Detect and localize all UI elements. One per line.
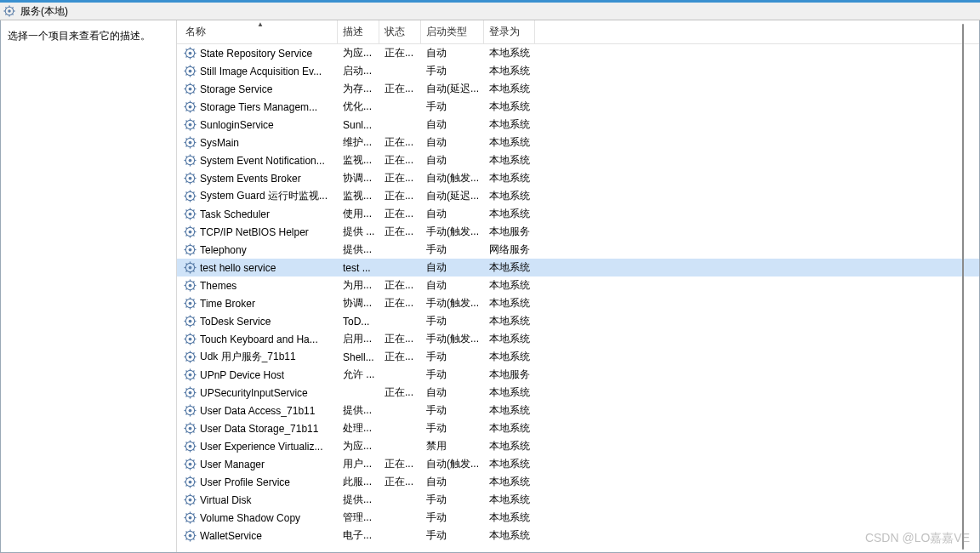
service-name: Storage Tiers Managem... xyxy=(200,101,317,113)
service-name: State Repository Service xyxy=(200,48,312,60)
service-status: 正在... xyxy=(379,385,421,400)
service-logon: 本地系统 xyxy=(484,100,535,114)
gear-icon xyxy=(184,154,197,167)
service-row[interactable]: ToDesk ServiceToD...手动本地系统 xyxy=(177,312,979,330)
service-name: System Guard 运行时监视... xyxy=(200,189,328,203)
service-name-cell: Udk 用户服务_71b11 xyxy=(184,350,338,364)
service-row[interactable]: User Data Storage_71b11处理...手动本地系统 xyxy=(177,419,979,437)
service-startup: 手动(触发... xyxy=(421,296,484,311)
service-name-cell: test hello service xyxy=(184,261,338,274)
service-name: User Data Access_71b11 xyxy=(200,405,315,417)
service-startup: 自动 xyxy=(421,207,484,221)
column-header-label: 启动类型 xyxy=(426,25,467,39)
column-header-label: 状态 xyxy=(385,25,405,39)
service-name-cell: WalletService xyxy=(184,529,338,542)
service-startup: 手动 xyxy=(421,64,484,78)
service-status: 正在... xyxy=(379,189,421,203)
gear-icon xyxy=(184,279,197,292)
service-row[interactable]: System Events Broker协调...正在...自动(触发...本地… xyxy=(177,169,979,187)
service-name: TCP/IP NetBIOS Helper xyxy=(200,226,309,238)
service-name-cell: Themes xyxy=(184,279,338,292)
service-name: Still Image Acquisition Ev... xyxy=(200,66,322,77)
service-desc: 提供... xyxy=(338,242,379,257)
service-row[interactable]: test hello servicetest ...自动本地系统 xyxy=(177,259,979,276)
column-header-logon[interactable]: 登录为 xyxy=(484,20,535,43)
column-header-desc[interactable]: 描述 xyxy=(338,20,379,43)
service-row[interactable]: Telephony提供...手动网络服务 xyxy=(177,241,979,259)
service-desc: 为用... xyxy=(338,278,379,293)
service-row[interactable]: Volume Shadow Copy管理...手动本地系统 xyxy=(177,509,979,527)
service-desc: test ... xyxy=(338,262,379,274)
service-row[interactable]: Virtual Disk提供...手动本地系统 xyxy=(177,491,979,509)
service-startup: 自动 xyxy=(421,135,484,150)
service-startup: 手动 xyxy=(421,421,484,436)
service-row[interactable]: System Event Notification...监视...正在...自动… xyxy=(177,151,979,169)
service-name-cell: SysMain xyxy=(184,136,338,149)
service-row[interactable]: User Profile Service此服...正在...自动本地系统 xyxy=(177,473,979,491)
services-list[interactable]: State Repository Service为应...正在...自动本地系统… xyxy=(177,44,979,552)
service-row[interactable]: UPnP Device Host允许 ...手动本地服务 xyxy=(177,366,979,384)
service-row[interactable]: User Data Access_71b11提供...手动本地系统 xyxy=(177,402,979,419)
service-row[interactable]: Udk 用户服务_71b11Shell...正在...手动本地系统 xyxy=(177,348,979,366)
gear-icon xyxy=(184,368,197,381)
service-name: Volume Shadow Copy xyxy=(200,512,300,524)
service-row[interactable]: Touch Keyboard and Ha...启用...正在...手动(触发.… xyxy=(177,330,979,348)
service-logon: 本地系统 xyxy=(484,46,535,60)
service-name-cell: Task Scheduler xyxy=(184,208,338,220)
service-row[interactable]: UPSecurityInputService正在...自动本地系统 xyxy=(177,384,979,402)
service-name-cell: Time Broker xyxy=(184,297,338,310)
service-name-cell: SunloginService xyxy=(184,118,338,131)
service-row[interactable]: User Experience Virtualiz...为应...禁用本地系统 xyxy=(177,437,979,455)
gear-icon xyxy=(184,458,197,470)
service-logon: 本地系统 xyxy=(484,314,535,328)
service-name-cell: Volume Shadow Copy xyxy=(184,511,338,524)
service-row[interactable]: TCP/IP NetBIOS Helper提供 ...正在...手动(触发...… xyxy=(177,223,979,241)
service-logon: 本地系统 xyxy=(484,457,535,471)
service-name-cell: User Data Access_71b11 xyxy=(184,404,338,417)
service-row[interactable]: User Manager用户...正在...自动(触发...本地系统 xyxy=(177,455,979,473)
service-row[interactable]: Storage Tiers Managem...优化...手动本地系统 xyxy=(177,98,979,116)
service-logon: 本地系统 xyxy=(484,278,535,293)
service-logon: 本地系统 xyxy=(484,421,535,436)
service-desc: 为应... xyxy=(338,46,379,60)
gear-icon xyxy=(184,190,197,202)
service-desc: 此服... xyxy=(338,475,379,489)
service-name: Udk 用户服务_71b11 xyxy=(200,350,296,364)
service-row[interactable]: SunloginServiceSunl...自动本地系统 xyxy=(177,116,979,134)
service-name: Touch Keyboard and Ha... xyxy=(200,334,318,345)
service-row[interactable]: State Repository Service为应...正在...自动本地系统 xyxy=(177,44,979,62)
service-startup: 自动 xyxy=(421,117,484,132)
service-name: Virtual Disk xyxy=(200,494,251,506)
service-name: User Experience Virtualiz... xyxy=(200,441,323,453)
service-row[interactable]: WalletService电子...手动本地系统 xyxy=(177,527,979,544)
service-logon: 本地系统 xyxy=(484,189,535,203)
gear-icon xyxy=(184,511,197,524)
service-name: User Profile Service xyxy=(200,476,290,488)
service-name: System Event Notification... xyxy=(200,155,325,167)
column-header-name[interactable]: 名称 ▲ xyxy=(184,20,338,43)
service-logon: 本地系统 xyxy=(484,135,535,150)
service-row[interactable]: Storage Service为存...正在...自动(延迟...本地系统 xyxy=(177,80,979,98)
service-row[interactable]: Time Broker协调...正在...手动(触发...本地系统 xyxy=(177,294,979,312)
watermark: CSDN @LO嘉嘉VE xyxy=(865,531,970,546)
service-row[interactable]: Task Scheduler使用...正在...自动本地系统 xyxy=(177,205,979,223)
service-startup: 禁用 xyxy=(421,439,484,453)
service-desc: 提供... xyxy=(338,403,379,418)
gear-icon xyxy=(184,65,197,77)
service-row[interactable]: Still Image Acquisition Ev...启动...手动本地系统 xyxy=(177,62,979,80)
vertical-scrollbar[interactable] xyxy=(962,24,964,550)
service-startup: 手动 xyxy=(421,350,484,364)
gear-icon xyxy=(184,476,197,488)
service-name-cell: System Guard 运行时监视... xyxy=(184,189,338,203)
service-name: UPSecurityInputService xyxy=(200,387,308,399)
service-status: 正在... xyxy=(379,171,421,185)
service-name-cell: State Repository Service xyxy=(184,47,338,60)
window-title: 服务(本地) xyxy=(20,4,68,19)
content-body: 选择一个项目来查看它的描述。 名称 ▲ 描述 状态 启动类型 登录为 State… xyxy=(0,20,980,553)
service-status: 正在... xyxy=(379,153,421,168)
service-row[interactable]: SysMain维护...正在...自动本地系统 xyxy=(177,134,979,151)
service-row[interactable]: System Guard 运行时监视...监视...正在...自动(延迟...本… xyxy=(177,187,979,205)
service-row[interactable]: Themes为用...正在...自动本地系统 xyxy=(177,276,979,294)
column-header-startup[interactable]: 启动类型 xyxy=(421,20,484,43)
column-header-status[interactable]: 状态 xyxy=(379,20,421,43)
